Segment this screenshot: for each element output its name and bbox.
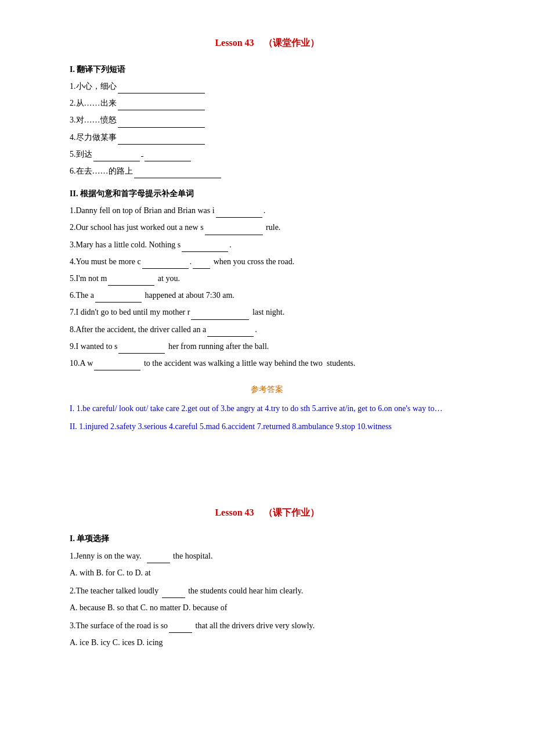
answer-title: 参考答案	[70, 382, 464, 397]
list-item: 4.You must be more c. when you cross the…	[70, 254, 464, 269]
list-item: A. ice B. icy C. ices D. icing	[70, 635, 464, 650]
list-item: 1.Danny fell on top of Brian and Brian w…	[70, 203, 464, 218]
list-item: 2.The teacher talked loudly the students…	[70, 584, 464, 598]
list-item: 5.I'm not m at you.	[70, 271, 464, 286]
section2-header: II. 根据句意和首字母提示补全单词	[70, 186, 464, 201]
answer-section: 参考答案 I. 1.be careful/ look out/ take car…	[70, 382, 464, 434]
lesson43-class-title: Lesson 43 （课堂作业）	[70, 35, 464, 52]
list-item: 4.尽力做某事	[70, 130, 464, 145]
section1-header: I. 翻译下列短语	[70, 62, 464, 77]
lesson43-homework-title: Lesson 43 （课下作业）	[70, 505, 464, 521]
list-item: 8.After the accident, the driver called …	[70, 322, 464, 337]
list-item: 3.Mary has a little cold. Nothing s.	[70, 237, 464, 252]
list-item: 3.The surface of the road is so that all…	[70, 618, 464, 633]
list-item: A. with B. for C. to D. at	[70, 566, 464, 580]
list-item: 3.对……愤怒	[70, 113, 464, 127]
list-item: 10.A w to the accident was walking a lit…	[70, 356, 464, 370]
list-item: 1.小心，细心	[70, 79, 464, 93]
list-item: 2.从……出来	[70, 96, 464, 110]
list-item: A. because B. so that C. no matter D. be…	[70, 600, 464, 615]
homework-section1-header: I. 单项选择	[70, 531, 464, 546]
list-item: 5.到达	[70, 147, 464, 161]
list-item: 1.Jenny is on the way. the hospital.	[70, 549, 464, 563]
list-item: 2.Our school has just worked out a new s…	[70, 220, 464, 235]
lesson43-homework-section: Lesson 43 （课下作业） I. 单项选择 1.Jenny is on t…	[70, 505, 464, 650]
answer-line2: II. 1.injured 2.safety 3.serious 4.caref…	[70, 419, 464, 435]
spacer	[70, 435, 464, 505]
answer-line1: I. 1.be careful/ look out/ take care 2.g…	[70, 401, 464, 417]
list-item: 6.在去……的路上	[70, 164, 464, 178]
list-item: 9.I wanted to s her from running after t…	[70, 339, 464, 354]
lesson43-classwork-section: Lesson 43 （课堂作业） I. 翻译下列短语 1.小心，细心 2.从………	[70, 35, 464, 435]
list-item: 6.The a happened at about 7:30 am.	[70, 288, 464, 303]
list-item: 7.I didn't go to bed until my mother r l…	[70, 305, 464, 319]
